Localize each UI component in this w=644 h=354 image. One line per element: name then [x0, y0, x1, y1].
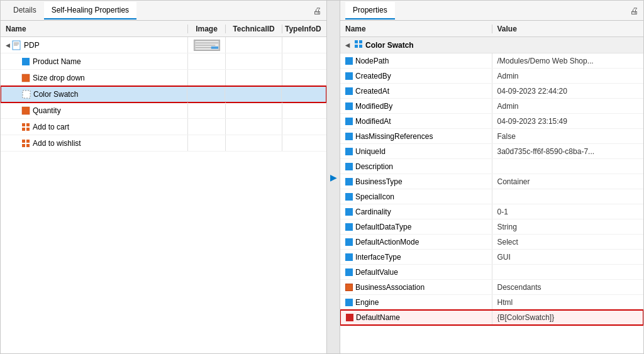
props-row-specialicon[interactable]: SpecialIcon — [340, 189, 643, 204]
tree-row-size-dropdown[interactable]: Size drop down — [1, 70, 326, 86]
props-row-cardinality[interactable]: Cardinality 0-1 — [340, 204, 643, 219]
props-value-businessassoc: Descendants — [492, 283, 644, 292]
tab-properties[interactable]: Properties — [345, 2, 395, 19]
tree-cell-size-technical — [226, 70, 282, 86]
tree-label-size-dropdown: Size drop down — [33, 74, 85, 82]
divider-arrow: ▶ — [330, 172, 337, 182]
props-row-businesstype[interactable]: BusinessType Container — [340, 174, 643, 189]
svg-rect-20 — [26, 144, 30, 147]
props-name-defaultdatatype: DefaultDataType — [340, 219, 492, 234]
tree-cell-quantity-image — [188, 102, 226, 118]
tree-cell-color-image — [187, 87, 225, 102]
product-name-icon — [21, 57, 31, 67]
svg-rect-21 — [355, 40, 358, 43]
props-name-modifiedby: ModifiedBy — [340, 99, 492, 113]
props-row-modifiedat[interactable]: ModifiedAt 04-09-2023 23:15:49 — [340, 114, 643, 129]
props-value-createdat: 04-09-2023 22:44:20 — [492, 87, 644, 96]
props-name-hasmissing: HasMissingReferences — [340, 129, 492, 143]
prop-icon-cardinality — [345, 208, 353, 216]
tree-cell-quantity-typeinfo — [282, 102, 326, 118]
prop-icon-businessassoc — [345, 284, 353, 291]
props-row-businessassoc[interactable]: BusinessAssociation Descendants — [340, 280, 643, 295]
props-row-modifiedby[interactable]: ModifiedBy Admin — [340, 99, 643, 114]
props-row-createdat[interactable]: CreatedAt 04-09-2023 22:44:20 — [340, 84, 643, 99]
props-row-description[interactable]: Description — [340, 159, 643, 174]
tree-row-quantity[interactable]: Quantity — [1, 102, 326, 119]
tree-cell-size-image — [188, 70, 226, 86]
props-group-header: ◀ Color Swatch — [340, 37, 643, 53]
props-name-specialicon: SpecialIcon — [340, 189, 492, 204]
props-value-nodepath: /Modules/Demo Web Shop... — [492, 57, 644, 65]
tree-row-product-name[interactable]: Product Name — [1, 53, 326, 70]
props-row-engine[interactable]: Engine Html — [340, 295, 643, 310]
props-row-nodepath[interactable]: NodePath /Modules/Demo Web Shop... — [340, 53, 643, 69]
props-row-uniqueid[interactable]: UniqueId 3a0d735c-ff6f-8590-c8ba-7... — [340, 144, 643, 159]
props-column-headers: Name Value — [340, 21, 643, 37]
expand-arrow-group[interactable]: ◀ — [343, 41, 352, 50]
tree-cell-product-typeinfo — [282, 53, 326, 69]
props-row-createdby[interactable]: CreatedBy Admin — [340, 69, 643, 84]
props-name-engine: Engine — [340, 295, 492, 309]
prop-icon-nodepath — [345, 57, 353, 65]
panel-divider[interactable]: ▶ — [327, 0, 340, 354]
props-group-icon — [354, 40, 363, 50]
print-icon-right[interactable]: 🖨 — [630, 6, 638, 16]
props-row-hasmissing[interactable]: HasMissingReferences False — [340, 129, 643, 144]
svg-rect-8 — [211, 46, 218, 48]
prop-icon-defaultname — [346, 314, 353, 321]
quantity-icon — [21, 106, 31, 116]
props-value-engine: Html — [492, 298, 644, 307]
print-icon-left[interactable]: 🖨 — [313, 6, 321, 16]
props-value-defaultdatatype: String — [492, 223, 644, 231]
props-row-defaultdatatype[interactable]: DefaultDataType String — [340, 219, 643, 235]
tree-cell-wishlist-technical — [226, 135, 282, 151]
col-header-image: Image — [188, 25, 226, 33]
left-column-headers: Name Image TechnicalID TypeInfoD — [1, 21, 326, 37]
tree-label-add-cart: Add to cart — [33, 123, 69, 131]
tree-cell-pdp-image — [188, 37, 226, 53]
prop-icon-businesstype — [345, 178, 353, 185]
pdp-thumbnail — [194, 40, 220, 51]
prop-icon-specialicon — [345, 193, 353, 201]
tree-cell-pdp-typeinfo — [282, 37, 326, 53]
tree-cell-wishlist-typeinfo — [282, 135, 326, 151]
svg-rect-10 — [22, 74, 30, 82]
tree-cell-product-name: Product Name — [1, 53, 188, 69]
props-row-defaultactionmode[interactable]: DefaultActionMode Select — [340, 235, 643, 250]
tree-cell-color-swatch-name: Color Swatch — [1, 87, 187, 102]
props-name-businessassoc: BusinessAssociation — [340, 280, 492, 294]
props-value-defaultname: {B[ColorSwatch]} — [492, 313, 643, 322]
expand-arrow-pdp[interactable]: ◀ — [3, 41, 12, 50]
left-tabs-bar: Details Self-Healing Properties 🖨 — [1, 1, 326, 21]
svg-rect-22 — [359, 40, 362, 43]
tree-row-add-to-wishlist[interactable]: Add to wishlist — [1, 135, 326, 152]
tree-row-pdp[interactable]: ◀ PDP — [1, 37, 326, 53]
props-row-interfacetype[interactable]: InterfaceType GUI — [340, 250, 643, 265]
tree-cell-size-typeinfo — [282, 70, 326, 86]
tree-cell-size-name: Size drop down — [1, 70, 188, 86]
svg-rect-24 — [359, 45, 362, 48]
wishlist-icon — [21, 138, 31, 148]
tab-details[interactable]: Details — [6, 2, 44, 19]
tree-cell-quantity-technical — [226, 102, 282, 118]
props-value-businesstype: Container — [492, 177, 644, 186]
tree-row-add-to-cart[interactable]: Add to cart — [1, 119, 326, 135]
right-panel: Properties 🖨 Name Value ◀ Color Swatch — [340, 0, 644, 354]
tree-label-color-swatch: Color Swatch — [33, 90, 78, 99]
tree-cell-pdp-name: ◀ PDP — [1, 37, 188, 53]
props-name-uniqueid: UniqueId — [340, 144, 492, 158]
svg-rect-23 — [355, 45, 358, 48]
props-content: ◀ Color Swatch NodePath /Modules/Demo We… — [340, 37, 643, 353]
tree-cell-add-cart-typeinfo — [282, 119, 326, 135]
tree-cell-color-typeinfo — [282, 87, 326, 102]
tree-row-color-swatch[interactable]: Color Swatch — [1, 86, 326, 102]
tree-cell-wishlist-name: Add to wishlist — [1, 135, 188, 151]
props-row-defaultvalue[interactable]: DefaultValue — [340, 265, 643, 280]
props-row-defaultname[interactable]: DefaultName {B[ColorSwatch]} — [340, 310, 643, 325]
svg-rect-19 — [22, 144, 25, 147]
tree-cell-pdp-technical — [226, 37, 282, 53]
svg-rect-14 — [26, 123, 30, 126]
tab-self-healing[interactable]: Self-Healing Properties — [44, 2, 136, 19]
props-name-defaultvalue: DefaultValue — [340, 265, 492, 279]
props-name-description: Description — [340, 159, 492, 174]
